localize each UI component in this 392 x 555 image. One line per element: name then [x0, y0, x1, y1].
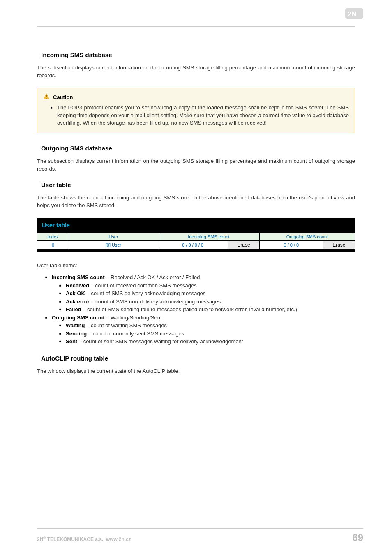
sent-label: Sent [66, 338, 77, 345]
ackok-label: Ack OK [66, 290, 85, 296]
page-footer: 2N® TELEKOMUNIKACE a.s., www.2n.cz 69 [37, 528, 363, 543]
list-item: Sending – count of currently sent SMS me… [66, 330, 355, 338]
received-desc: – count of received common SMS messages [89, 282, 197, 289]
usertable-heading: User table [41, 181, 355, 188]
ackok-desc: – count of SMS delivery acknowledging me… [85, 290, 205, 296]
th-incoming: Incoming SMS count [158, 233, 259, 240]
footer-divider [37, 528, 363, 529]
sending-label: Sending [66, 331, 87, 337]
received-label: Received [66, 282, 89, 289]
warning-icon [43, 93, 50, 102]
failed-desc: – count of SMS sending failure messages … [81, 306, 297, 312]
cell-user: [0] User [69, 240, 158, 249]
list-item: Failed – count of SMS sending failure me… [66, 305, 355, 314]
waiting-label: Waiting [66, 322, 85, 328]
outgoing-body: The subsection displays current informat… [37, 157, 355, 173]
list-item: Received – count of received common SMS … [66, 282, 355, 290]
list-item: Incoming SMS count – Received / Ack OK /… [52, 273, 355, 314]
erase-outgoing-button[interactable]: Erase [323, 241, 355, 249]
sent-desc: – count of sent SMS messages waiting for… [77, 338, 243, 345]
ackerr-label: Ack error [66, 298, 90, 305]
erase-incoming-button[interactable]: Erase [228, 241, 259, 249]
incoming-count-desc: – Received / Ack OK / Ack error / Failed [105, 274, 200, 280]
brand-logo: 2N [345, 8, 363, 19]
svg-text:2N: 2N [348, 10, 357, 18]
svg-rect-2 [46, 95, 47, 97]
list-item: Ack OK – count of SMS delivery acknowled… [66, 289, 355, 298]
list-item: Outgoing SMS count – Waiting/Sending/Sen… [52, 314, 355, 346]
page-number: 69 [352, 532, 363, 543]
incoming-count-label: Incoming SMS count [52, 274, 105, 280]
autoclip-heading: AutoCLIP routing table [41, 355, 355, 362]
sending-desc: – count of currently sent SMS messages [87, 331, 184, 337]
failed-label: Failed [66, 306, 81, 312]
usertable-intro-body: The table shows the count of incoming an… [37, 194, 355, 210]
svg-rect-3 [46, 98, 47, 99]
waiting-desc: – count of waiting SMS messages [85, 322, 166, 328]
ackerr-desc: – count of SMS non-delivery acknowledgin… [90, 298, 221, 305]
user-table-panel: User table Index User Incoming SMS count… [37, 218, 355, 252]
incoming-heading: Incoming SMS database [41, 51, 355, 58]
th-user: User [69, 233, 158, 240]
list-item: Waiting – count of waiting SMS messages [66, 321, 355, 330]
user-table: Index User Incoming SMS count Outgoing S… [37, 233, 355, 250]
header-divider [37, 26, 355, 27]
user-table-bar: User table [37, 218, 355, 233]
outgoing-count-desc: – Waiting/Sending/Sent [105, 314, 162, 321]
list-item: Ack error – count of SMS non-delivery ac… [66, 298, 355, 306]
table-row: 0 [0] User 0 / 0 / 0 / 0 Erase 0 / 0 / 0… [37, 240, 355, 249]
incoming-body: The subsection displays current informat… [37, 64, 355, 80]
cell-incoming: 0 / 0 / 0 / 0 [158, 240, 228, 249]
table-bottom-bar [37, 250, 355, 252]
cell-outgoing: 0 / 0 / 0 [260, 240, 323, 249]
footer-company: 2N® TELEKOMUNIKACE a.s., www.2n.cz [37, 536, 131, 542]
th-outgoing: Outgoing SMS count [260, 233, 355, 240]
caution-title: Caution [53, 94, 73, 100]
outgoing-count-label: Outgoing SMS count [52, 314, 105, 321]
outgoing-heading: Outgoing SMS database [41, 145, 355, 152]
items-list: Incoming SMS count – Received / Ack OK /… [37, 273, 355, 346]
usertable-items-intro: User table items: [37, 262, 355, 270]
cell-index: 0 [37, 240, 69, 249]
th-index: Index [37, 233, 69, 240]
list-item: Sent – count of sent SMS messages waitin… [66, 338, 355, 346]
caution-callout: Caution The POP3 protocol enables you to… [37, 88, 355, 134]
caution-text: The POP3 protocol enables you to set how… [57, 104, 349, 127]
autoclip-body: The window displays the current state of… [37, 368, 355, 375]
